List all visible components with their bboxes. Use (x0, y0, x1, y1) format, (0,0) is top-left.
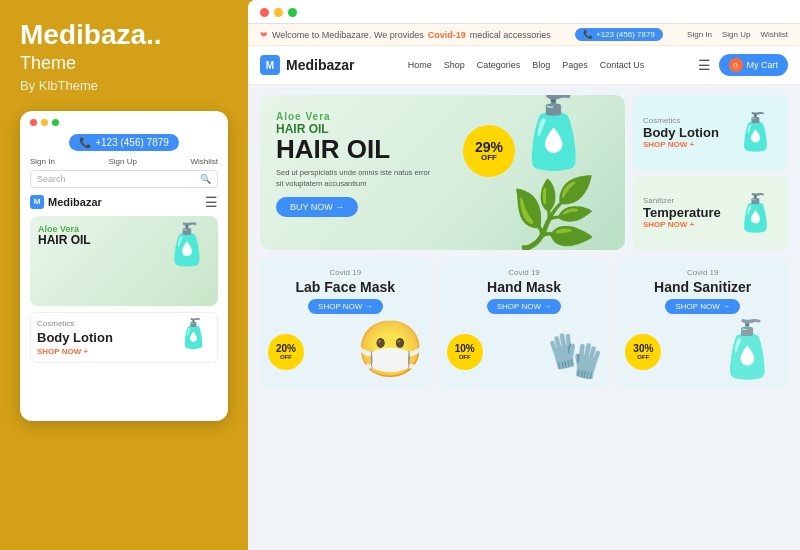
nav-home[interactable]: Home (408, 60, 432, 70)
card-face-mask: Covid 19 Lab Face Mask SHOP NOW → 20% OF… (260, 258, 431, 388)
hero-buy-btn[interactable]: BUY NOW → (276, 197, 358, 217)
covid-link[interactable]: Covid-19 (428, 30, 466, 40)
sanitizer-category: Sanitizer (643, 196, 721, 205)
card-hand-sanitizer-label: Covid 19 (687, 268, 719, 277)
card-hand-mask-title: Hand Mask (487, 279, 561, 295)
hero-badge-pct: 29% (475, 140, 503, 154)
dot-green (52, 119, 59, 126)
mobile-header-links: Sign In Sign Up Wishlist (20, 155, 228, 170)
hamburger-icon[interactable]: ☰ (698, 57, 711, 73)
hero-section: Aloe Vera HAIR OIL HAIR OIL Sed ut persp… (260, 95, 788, 250)
hand-mask-pct: 10% (455, 344, 475, 354)
app-by: By KlbTheme (20, 78, 228, 93)
mobile-hero-banner: Aloe Vera HAIR OIL 🧴 (30, 216, 218, 306)
phone-icon: 📞 (583, 30, 593, 39)
card-hand-mask-top: Covid 19 Hand Mask SHOP NOW → (449, 268, 600, 318)
wishlist-link[interactable]: Wishlist (760, 30, 788, 39)
mobile-phone-badge[interactable]: 📞 +123 (456) 7879 (69, 134, 179, 151)
lotion-category: Cosmetics (643, 116, 719, 125)
phone-number: +123 (456) 7879 (596, 30, 655, 39)
nav-logo-icon: M (260, 55, 280, 75)
card-hand-mask-shop-btn[interactable]: SHOP NOW → (487, 299, 562, 314)
mobile-mockup: 📞 +123 (456) 7879 Sign In Sign Up Wishli… (20, 111, 228, 421)
mobile-search-placeholder: Search (37, 174, 200, 184)
cart-count-badge: 0 (729, 58, 743, 72)
hero-product-bottles: 🧴🌿 (510, 95, 625, 250)
browser-dot-green (288, 8, 297, 17)
app-subtitle: Theme (20, 53, 228, 74)
phone-badge[interactable]: 📞 +123 (456) 7879 (575, 28, 663, 41)
browser-chrome (248, 0, 800, 24)
mobile-lotion-card: Cosmetics Body Lotion SHOP NOW + 🧴 (30, 312, 218, 363)
mobile-brand-bar: M Medibazar ☰ (20, 194, 228, 216)
mobile-sign-up[interactable]: Sign Up (108, 157, 136, 166)
card-hand-mask: Covid 19 Hand Mask SHOP NOW → 10% OFF 🧤 (439, 258, 610, 388)
side-banner-sanitizer: Sanitizer Temperature SHOP NOW + 🧴 (633, 176, 788, 251)
left-panel: Medibaza.. Theme By KlbTheme 📞 +123 (456… (0, 0, 248, 550)
lotion-banner-text: Cosmetics Body Lotion SHOP NOW + (643, 116, 719, 149)
lotion-title: Body Lotion (643, 125, 719, 140)
search-icon: 🔍 (200, 174, 211, 184)
nav-logo: M Medibazar (260, 55, 354, 75)
face-mask-discount-badge: 20% OFF (268, 334, 304, 370)
sanitizer-pct: 30% (633, 344, 653, 354)
card-hand-sanitizer: Covid 19 Hand Sanitizer SHOP NOW → 30% O… (617, 258, 788, 388)
top-notice-bar: ❤ Welcome to Medibazare. We provides Cov… (248, 24, 800, 46)
hamburger-icon[interactable]: ☰ (205, 194, 218, 210)
hero-banner: Aloe Vera HAIR OIL HAIR OIL Sed ut persp… (260, 95, 625, 250)
face-mask-off: OFF (280, 354, 292, 360)
card-hand-sanitizer-top: Covid 19 Hand Sanitizer SHOP NOW → (627, 268, 778, 318)
nav-blog[interactable]: Blog (532, 60, 550, 70)
nav-bar: M Medibazar Home Shop Categories Blog Pa… (248, 46, 800, 85)
cart-button[interactable]: 0 My Cart (719, 54, 789, 76)
lotion-bottle-icon: 🧴 (176, 317, 211, 350)
sanitizer-discount-badge: 30% OFF (625, 334, 661, 370)
cart-label: My Cart (747, 60, 779, 70)
side-banners: Cosmetics Body Lotion SHOP NOW + 🧴 Sanit… (633, 95, 788, 250)
face-mask-pct: 20% (276, 344, 296, 354)
card-face-mask-title: Lab Face Mask (296, 279, 396, 295)
mobile-logo: M Medibazar (30, 195, 102, 209)
hand-mask-off: OFF (459, 354, 471, 360)
mobile-logo-icon: M (30, 195, 44, 209)
browser-dot-yellow (274, 8, 283, 17)
heart-icon: ❤ (260, 30, 268, 40)
sanitizer-shop-now[interactable]: SHOP NOW + (643, 220, 721, 229)
card-hand-mask-label: Covid 19 (508, 268, 540, 277)
nav-logo-text: Medibazar (286, 57, 354, 73)
phone-icon: 📞 (79, 137, 91, 148)
bottle-icon: 🧴 (162, 221, 212, 268)
card-face-mask-shop-btn[interactable]: SHOP NOW → (308, 299, 383, 314)
main-content: Aloe Vera HAIR OIL HAIR OIL Sed ut persp… (248, 85, 800, 398)
card-hand-sanitizer-title: Hand Sanitizer (654, 279, 751, 295)
mobile-wishlist[interactable]: Wishlist (190, 157, 218, 166)
mobile-search-bar[interactable]: Search 🔍 (30, 170, 218, 188)
mobile-window-dots (20, 119, 228, 132)
medical-text: medical accessories (470, 30, 551, 40)
mobile-sign-in[interactable]: Sign In (30, 157, 55, 166)
nav-categories[interactable]: Categories (477, 60, 521, 70)
sanitizer-off: OFF (637, 354, 649, 360)
nav-right: ☰ 0 My Cart (698, 54, 789, 76)
sanitizer-icon: 🧴 (733, 192, 778, 234)
card-face-mask-top: Covid 19 Lab Face Mask SHOP NOW → (270, 268, 421, 318)
dot-red (30, 119, 37, 126)
hand-mask-icon: 🧤 (547, 329, 603, 382)
nav-pages[interactable]: Pages (562, 60, 588, 70)
hero-badge-off: OFF (481, 154, 497, 162)
card-hand-sanitizer-shop-btn[interactable]: SHOP NOW → (665, 299, 740, 314)
sanitizer-bottle-icon: 🧴 (713, 317, 782, 382)
browser-window-dots (260, 8, 788, 17)
hero-discount-badge: 29% OFF (463, 125, 515, 177)
dot-yellow (41, 119, 48, 126)
nav-shop[interactable]: Shop (444, 60, 465, 70)
app-title: Medibaza.. (20, 20, 228, 51)
welcome-text: Welcome to Medibazare. We provides (272, 30, 424, 40)
mobile-phone-number: +123 (456) 7879 (95, 137, 169, 148)
notice-right: Sign In Sign Up Wishlist (687, 30, 788, 39)
sign-up-link[interactable]: Sign Up (722, 30, 750, 39)
nav-contact[interactable]: Contact Us (600, 60, 645, 70)
sign-in-link[interactable]: Sign In (687, 30, 712, 39)
hero-description: Sed ut perspiciatis unde omnis iste natu… (276, 168, 436, 189)
lotion-shop-now[interactable]: SHOP NOW + (643, 140, 719, 149)
